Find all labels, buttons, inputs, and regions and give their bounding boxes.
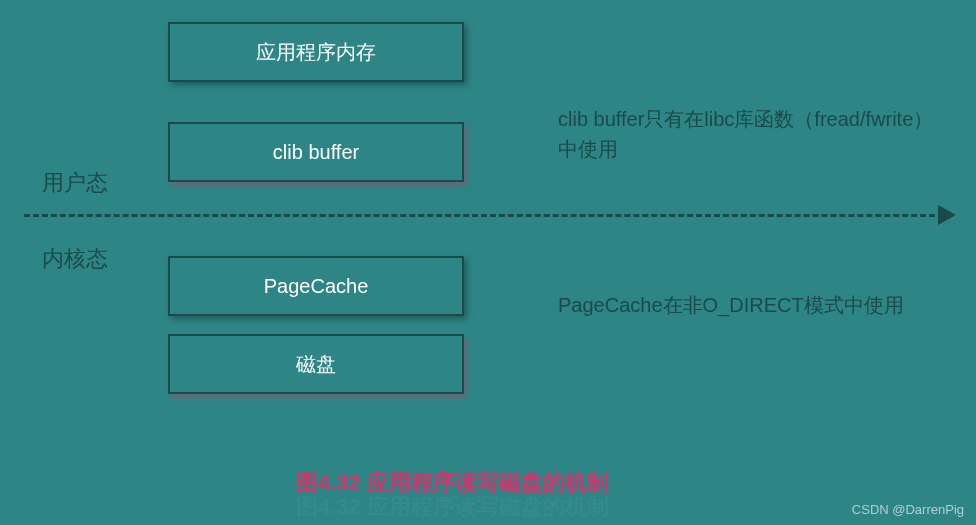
watermark-text: CSDN @DarrenPig [852, 502, 964, 517]
note-page-cache: PageCache在非O_DIRECT模式中使用 [558, 290, 938, 320]
note-clib-buffer: clib buffer只有在libc库函数（fread/fwrite）中使用 [558, 104, 938, 164]
label-kernel-space: 内核态 [42, 244, 108, 274]
box-disk-label: 磁盘 [296, 351, 336, 378]
box-page-cache-label: PageCache [264, 275, 369, 298]
box-page-cache: PageCache [168, 256, 464, 316]
divider-line [24, 214, 944, 217]
figure-caption-shadow: 图4.32 应用程序读写磁盘的机制 [296, 492, 609, 522]
box-app-memory: 应用程序内存 [168, 22, 464, 82]
label-user-space: 用户态 [42, 168, 108, 198]
box-disk: 磁盘 [168, 334, 464, 394]
box-clib-buffer: clib buffer [168, 122, 464, 182]
box-clib-buffer-label: clib buffer [273, 141, 359, 164]
arrow-head-icon [938, 205, 956, 225]
box-app-memory-label: 应用程序内存 [256, 39, 376, 66]
